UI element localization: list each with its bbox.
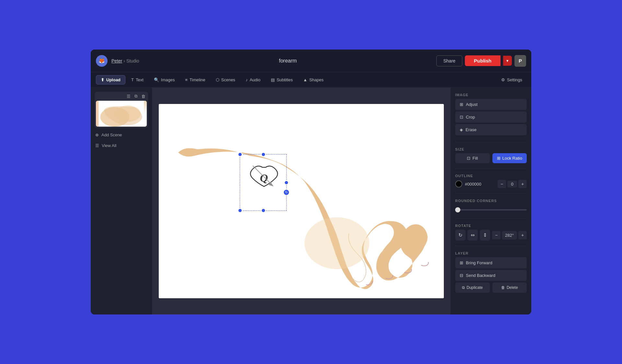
scene-duplicate-button[interactable]: ⧉ — [133, 93, 139, 99]
timeline-label: Timeline — [190, 77, 205, 82]
scenes-button[interactable]: ⬡ Scenes — [211, 75, 240, 84]
add-scene-label: Add Scene — [101, 132, 122, 137]
outline-row: #000000 − + — [455, 180, 527, 188]
upload-icon: ⬆ — [101, 77, 104, 82]
rounded-corners-section: ROUNDED CORNERS — [455, 199, 527, 213]
scene-thumbnail-image — [96, 101, 147, 127]
images-label: Images — [161, 77, 175, 82]
divider-3 — [455, 193, 527, 194]
images-button[interactable]: 🔍 Images — [149, 75, 179, 84]
duplicate-button[interactable]: ⧉ Duplicate — [455, 282, 490, 293]
scenes-label: Scenes — [221, 77, 235, 82]
rotate-cw-button[interactable]: ↻ — [455, 230, 466, 241]
avatar: 🦊 — [96, 55, 108, 67]
size-buttons: ⊡ Fill ⊞ Lock Ratio — [455, 153, 527, 163]
images-icon: 🔍 — [154, 77, 159, 82]
user-avatar-button[interactable]: P — [514, 55, 526, 67]
hand-image — [159, 104, 444, 298]
share-button[interactable]: Share — [436, 55, 462, 66]
duplicate-icon: ⧉ — [462, 285, 465, 290]
audio-label: Audio — [250, 77, 260, 82]
breadcrumb: Peter › Studio — [111, 58, 139, 63]
subtitles-icon: ▤ — [271, 77, 275, 82]
lock-ratio-button[interactable]: ⊞ Lock Ratio — [492, 153, 527, 163]
outline-color-picker[interactable] — [455, 180, 462, 188]
breadcrumb-user[interactable]: Peter — [111, 58, 122, 63]
flip-horizontal-button[interactable]: ⇔ — [467, 230, 478, 241]
outline-hex-label: #000000 — [465, 182, 495, 187]
settings-button[interactable]: ⚙ Settings — [497, 75, 526, 84]
flip-vertical-button[interactable]: ⇕ — [480, 230, 490, 241]
adjust-icon: ⊞ — [460, 102, 463, 107]
bring-forward-button[interactable]: ⊞ Bring Forward — [455, 257, 527, 268]
text-button[interactable]: T Text — [127, 75, 148, 84]
breadcrumb-studio: Studio — [126, 58, 139, 63]
rounded-corners-slider[interactable] — [455, 209, 527, 210]
svg-rect-3 — [159, 104, 444, 298]
right-panel: IMAGE ⊞ Adjust ⊡ Crop ◈ Erase SIZE — [450, 88, 531, 314]
rotate-minus-button[interactable]: − — [492, 231, 501, 239]
size-section-label: SIZE — [455, 147, 527, 151]
rotate-section-label: ROTATE — [455, 224, 527, 228]
rotate-plus-button[interactable]: + — [518, 231, 527, 239]
rotate-section: ROTATE ↻ ⇔ ⇕ − 282° + — [455, 224, 527, 241]
rotate-degree-value: 282° — [502, 231, 517, 240]
rounded-corners-label: ROUNDED CORNERS — [455, 199, 527, 203]
shapes-label: Shapes — [309, 77, 324, 82]
layer-action-row: ⧉ Duplicate 🗑 Delete — [455, 282, 527, 293]
crop-button[interactable]: ⊡ Crop — [455, 111, 527, 123]
erase-button[interactable]: ◈ Erase — [455, 124, 527, 135]
publish-button[interactable]: Publish — [465, 55, 501, 66]
upload-button[interactable]: ⬆ Upload — [96, 75, 125, 85]
svg-point-4 — [305, 217, 369, 269]
divider-5 — [455, 246, 527, 246]
image-section: IMAGE ⊞ Adjust ⊡ Crop ◈ Erase — [455, 93, 527, 137]
delete-label: Delete — [507, 285, 518, 290]
scenes-icon: ⬡ — [216, 77, 219, 82]
scene-list-icon-button[interactable]: ☰ — [125, 93, 132, 99]
timeline-icon: ≡ — [185, 77, 188, 82]
layer-section-label: LAYER — [455, 251, 527, 255]
header: 🦊 Peter › Studio forearm Share Publish ▾… — [91, 50, 531, 72]
adjust-button[interactable]: ⊞ Adjust — [455, 99, 527, 110]
breadcrumb-separator: › — [123, 58, 126, 63]
audio-icon: ♪ — [246, 77, 248, 82]
layer-section: LAYER ⊞ Bring Forward ⊟ Send Backward ⧉ … — [455, 251, 527, 293]
divider-4 — [455, 218, 527, 219]
subtitles-label: Subtitles — [277, 77, 293, 82]
lock-ratio-icon: ⊞ — [497, 156, 501, 161]
send-backward-button[interactable]: ⊟ Send Backward — [455, 270, 527, 281]
canvas[interactable]: Q ↻ — [159, 104, 444, 298]
delete-icon: 🗑 — [501, 285, 505, 290]
left-sidebar: ☰ ⧉ 🗑 ⊕ Add Sc — [91, 88, 152, 314]
shapes-button[interactable]: ▲ Shapes — [299, 75, 328, 84]
crop-icon: ⊡ — [460, 115, 463, 119]
canvas-area[interactable]: Q ↻ — [152, 88, 450, 314]
scene-card: ☰ ⧉ 🗑 — [95, 92, 148, 128]
image-section-label: IMAGE — [455, 93, 527, 97]
audio-button[interactable]: ♪ Audio — [241, 75, 265, 84]
outline-value-input[interactable] — [507, 181, 517, 188]
scene-thumbnail[interactable] — [96, 101, 147, 127]
bring-forward-label: Bring Forward — [466, 260, 492, 265]
add-scene-action[interactable]: ⊕ Add Scene — [95, 131, 148, 139]
scene-delete-button[interactable]: 🗑 — [140, 93, 147, 99]
erase-label: Erase — [466, 127, 477, 132]
publish-dropdown-button[interactable]: ▾ — [503, 56, 512, 66]
scene-card-actions: ☰ ⧉ 🗑 — [96, 93, 147, 99]
outline-minus-button[interactable]: − — [498, 180, 506, 188]
delete-button[interactable]: 🗑 Delete — [492, 282, 527, 293]
subtitles-button[interactable]: ▤ Subtitles — [266, 75, 297, 84]
send-backward-icon: ⊟ — [460, 273, 463, 278]
view-all-label: View All — [102, 143, 116, 148]
bring-forward-icon: ⊞ — [460, 260, 463, 265]
outline-plus-button[interactable]: + — [518, 180, 527, 188]
view-all-action[interactable]: ☰ View All — [95, 142, 148, 149]
lock-ratio-label: Lock Ratio — [502, 156, 522, 161]
timeline-button[interactable]: ≡ Timeline — [181, 75, 210, 84]
divider-1 — [455, 142, 527, 142]
fill-button[interactable]: ⊡ Fill — [455, 153, 490, 163]
upload-label: Upload — [106, 77, 121, 82]
divider-2 — [455, 168, 527, 169]
text-icon: T — [131, 77, 134, 82]
